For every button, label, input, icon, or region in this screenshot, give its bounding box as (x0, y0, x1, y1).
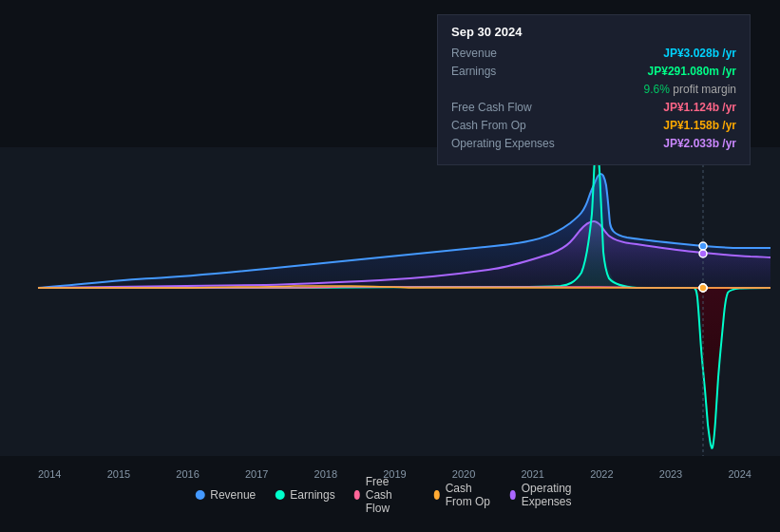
tooltip-value-profit: 9.6% profit margin (644, 83, 736, 96)
svg-rect-0 (0, 147, 780, 456)
tooltip-date: Sep 30 2024 (451, 25, 736, 39)
x-label-2014: 2014 (38, 468, 61, 480)
x-label-2024: 2024 (728, 468, 751, 480)
tooltip-label-earnings: Earnings (451, 65, 496, 78)
legend-dot-opex (510, 490, 516, 500)
legend-dot-cashfromop (434, 490, 440, 500)
legend-label-opex: Operating Expenses (522, 482, 585, 508)
tooltip-label-cashfromop: Cash From Op (451, 119, 526, 132)
tooltip-label-fcf: Free Cash Flow (451, 101, 532, 114)
legend-dot-revenue (195, 490, 204, 500)
tooltip: Sep 30 2024 Revenue JP¥3.028b /yr Earnin… (437, 14, 751, 165)
tooltip-value-cashfromop: JP¥1.158b /yr (663, 119, 736, 132)
legend-item-cashfromop[interactable]: Cash From Op (434, 482, 491, 508)
tooltip-value-earnings: JP¥291.080m /yr (648, 65, 736, 78)
tooltip-row-opex: Operating Expenses JP¥2.033b /yr (451, 137, 736, 150)
svg-point-2 (699, 242, 707, 250)
chart-container: Sep 30 2024 Revenue JP¥3.028b /yr Earnin… (0, 0, 780, 532)
legend-item-earnings[interactable]: Earnings (275, 488, 334, 502)
svg-point-5 (699, 284, 707, 292)
chart-svg (0, 147, 780, 456)
tooltip-value-opex: JP¥2.033b /yr (663, 137, 736, 150)
x-label-2023: 2023 (659, 468, 682, 480)
tooltip-label-opex: Operating Expenses (451, 137, 555, 150)
x-label-2022: 2022 (590, 468, 613, 480)
tooltip-value-revenue: JP¥3.028b /yr (663, 47, 736, 60)
legend-dot-earnings (275, 490, 284, 500)
legend-label-earnings: Earnings (290, 488, 334, 502)
x-label-2015: 2015 (107, 468, 130, 480)
legend-label-fcf: Free Cash Flow (366, 475, 415, 515)
tooltip-row-fcf: Free Cash Flow JP¥1.124b /yr (451, 101, 736, 114)
tooltip-row-earnings: Earnings JP¥291.080m /yr (451, 65, 736, 78)
legend-label-cashfromop: Cash From Op (446, 482, 491, 508)
tooltip-row-revenue: Revenue JP¥3.028b /yr (451, 47, 736, 60)
legend-dot-fcf (354, 490, 360, 500)
legend-item-fcf[interactable]: Free Cash Flow (354, 475, 415, 515)
tooltip-value-fcf: JP¥1.124b /yr (663, 101, 736, 114)
tooltip-label-revenue: Revenue (451, 47, 497, 60)
tooltip-row-profit: 9.6% profit margin (451, 83, 736, 96)
legend-item-revenue[interactable]: Revenue (195, 488, 256, 502)
chart-legend: Revenue Earnings Free Cash Flow Cash Fro… (195, 475, 585, 515)
svg-point-6 (699, 250, 707, 257)
legend-item-opex[interactable]: Operating Expenses (510, 482, 585, 508)
tooltip-row-cashfromop: Cash From Op JP¥1.158b /yr (451, 119, 736, 132)
legend-label-revenue: Revenue (210, 488, 256, 502)
